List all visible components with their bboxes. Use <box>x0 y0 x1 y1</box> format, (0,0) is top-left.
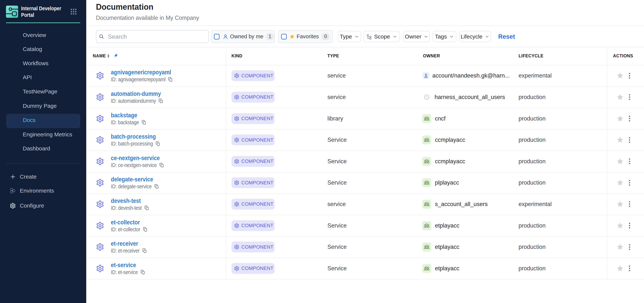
svg-text:?: ? <box>426 96 428 99</box>
